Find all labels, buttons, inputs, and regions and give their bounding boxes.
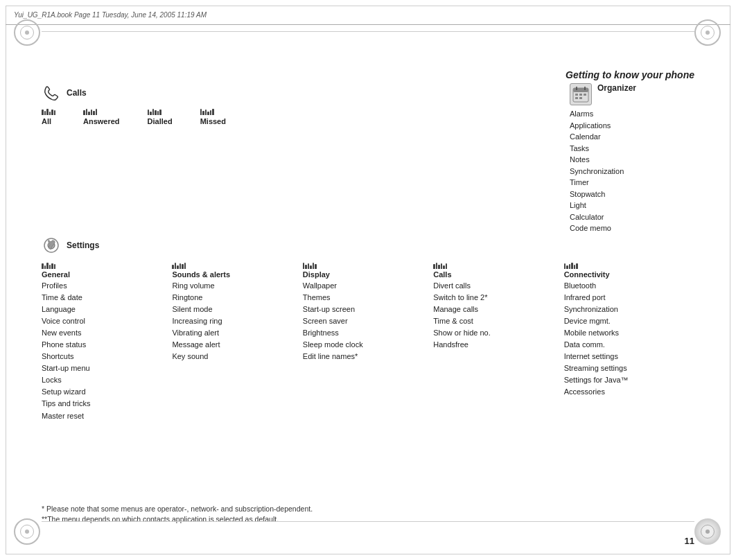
- list-item: Settings for Java™: [564, 374, 687, 386]
- settings-general-title: General: [42, 270, 165, 279]
- organizer-item: Calculator: [570, 211, 694, 223]
- organizer-item: Code memo: [570, 222, 694, 234]
- calls-item-answered: Answered: [83, 107, 120, 125]
- calls-all-label: All: [42, 117, 51, 125]
- svg-rect-7: [575, 97, 578, 99]
- settings-connectivity-icon: [564, 263, 687, 269]
- calls-item-all: All: [42, 107, 55, 125]
- calls-item-dialled: Dialled: [148, 107, 173, 125]
- calls-item-missed: Missed: [200, 107, 226, 125]
- calls-icon-dialled: [148, 109, 161, 115]
- list-item: Show or hide no.: [433, 327, 557, 339]
- organizer-item: Timer: [570, 177, 694, 189]
- organizer-item: Alarms: [570, 108, 694, 120]
- settings-calls-icon: [433, 263, 557, 269]
- header-text: Yui_UG_R1A.book Page 11 Tuesday, June 14…: [14, 11, 207, 19]
- settings-connectivity-title: Connectivity: [564, 270, 687, 279]
- list-item: Phone status: [42, 339, 165, 351]
- corner-decoration-tl: [14, 19, 42, 47]
- corner-decoration-bl: [14, 518, 42, 546]
- list-item: Infrared port: [564, 292, 687, 304]
- list-item: Mobile networks: [564, 327, 687, 339]
- organizer-item: Tasks: [570, 143, 694, 155]
- corner-decoration-tr: [694, 19, 722, 47]
- organizer-list: Alarms Applications Calendar Tasks Notes…: [570, 108, 694, 234]
- calls-icon-all: [42, 109, 55, 115]
- settings-calls-title: Calls: [433, 270, 557, 279]
- footer-note-line2: **The menu depends on which contacts app…: [42, 514, 653, 525]
- calls-dialled-label: Dialled: [148, 117, 173, 125]
- list-item: Start-up screen: [303, 304, 426, 315]
- list-item: Silent mode: [172, 304, 295, 315]
- settings-general-icon: [42, 263, 165, 269]
- list-item: Sleep mode clock: [303, 339, 426, 351]
- calls-icon: [42, 83, 61, 103]
- settings-label: Settings: [67, 240, 99, 250]
- calls-missed-label: Missed: [200, 117, 226, 125]
- organizer-section: Organizer Alarms Applications Calendar T…: [570, 83, 694, 234]
- list-item: Manage calls: [433, 304, 557, 315]
- list-item: Edit line names*: [303, 351, 426, 362]
- svg-rect-1: [573, 88, 588, 92]
- calls-header: Calls: [42, 83, 423, 103]
- organizer-item: Notes: [570, 154, 694, 166]
- list-item: Locks: [42, 374, 165, 386]
- settings-col-calls: Calls Divert calls Switch to line 2* Man…: [433, 261, 563, 422]
- list-item: Shortcuts: [42, 351, 165, 362]
- list-item: Vibrating alert: [172, 327, 295, 339]
- settings-display-icon: [303, 263, 426, 269]
- footer-note-line1: * Please note that some menus are operat…: [42, 504, 653, 515]
- list-item: Voice control: [42, 315, 165, 327]
- list-item: Profiles: [42, 280, 165, 292]
- list-item: Handsfree: [433, 339, 557, 351]
- list-item: Message alert: [172, 339, 295, 351]
- list-item: Tips and tricks: [42, 398, 165, 410]
- settings-sounds-icon: [172, 263, 295, 269]
- settings-col-display: Display Wallpaper Themes Start-up screen…: [303, 261, 433, 422]
- calls-icon-missed: [200, 109, 214, 115]
- list-item: Key sound: [172, 351, 295, 362]
- settings-grid: General Profiles Time & date Language Vo…: [42, 261, 694, 422]
- calls-section: Calls All Answered Dialled: [42, 83, 423, 125]
- list-item: Time & date: [42, 292, 165, 304]
- settings-col-connectivity: Connectivity Bluetooth Infrared port Syn…: [564, 261, 694, 422]
- calls-answered-label: Answered: [83, 117, 120, 125]
- calls-items: All Answered Dialled Missed: [42, 107, 423, 125]
- organizer-icon: [570, 83, 592, 105]
- svg-rect-4: [575, 94, 578, 96]
- list-item: Themes: [303, 292, 426, 304]
- settings-icon: [42, 236, 61, 255]
- settings-section: Settings General Profiles Time & date La…: [42, 236, 694, 422]
- main-content: Calls All Answered Dialled: [42, 35, 694, 518]
- list-item: Language: [42, 304, 165, 315]
- list-item: Start-up menu: [42, 362, 165, 374]
- footer-note: * Please note that some menus are operat…: [42, 504, 653, 526]
- settings-col-general: General Profiles Time & date Language Vo…: [42, 261, 172, 422]
- list-item: Bluetooth: [564, 280, 687, 292]
- settings-calls-list: Divert calls Switch to line 2* Manage ca…: [433, 280, 557, 351]
- list-item: Device mgmt.: [564, 315, 687, 327]
- list-item: Switch to line 2*: [433, 292, 557, 304]
- settings-sounds-title: Sounds & alerts: [172, 270, 295, 279]
- settings-header: Settings: [42, 236, 694, 255]
- list-item: Streaming settings: [564, 362, 687, 374]
- calls-label: Calls: [67, 88, 87, 98]
- organizer-label: Organizer: [597, 83, 636, 93]
- organizer-item: Synchronization: [570, 166, 694, 177]
- organizer-header: Organizer: [570, 83, 694, 105]
- list-item: Increasing ring: [172, 315, 295, 327]
- svg-rect-5: [579, 94, 582, 96]
- settings-display-list: Wallpaper Themes Start-up screen Screen …: [303, 280, 426, 362]
- list-item: Brightness: [303, 327, 426, 339]
- svg-rect-8: [579, 97, 582, 99]
- organizer-item: Light: [570, 200, 694, 211]
- list-item: Divert calls: [433, 280, 557, 292]
- bottom-divider: [42, 521, 694, 522]
- settings-general-list: Profiles Time & date Language Voice cont…: [42, 280, 165, 422]
- organizer-item: Calendar: [570, 131, 694, 143]
- list-item: Internet settings: [564, 351, 687, 362]
- header-bar: Yui_UG_R1A.book Page 11 Tuesday, June 14…: [6, 6, 730, 25]
- svg-rect-6: [584, 94, 586, 96]
- settings-connectivity-list: Bluetooth Infrared port Synchronization …: [564, 280, 687, 398]
- list-item: Master reset: [42, 410, 165, 422]
